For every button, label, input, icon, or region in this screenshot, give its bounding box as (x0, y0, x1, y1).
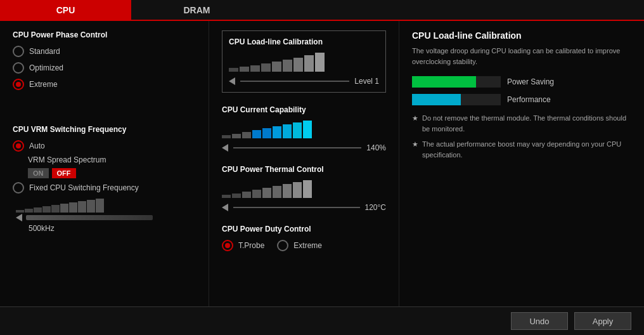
vrm-spread-group: VRM Spread Spectrum (28, 155, 196, 164)
tab-dram[interactable]: DRAM (131, 0, 262, 20)
therm-bar-5 (262, 188, 271, 198)
phase-extreme[interactable]: Extreme (13, 79, 196, 90)
bar-row-performance: Performance (412, 94, 631, 105)
cal-bar-7 (293, 58, 303, 72)
calibration-slider[interactable] (240, 81, 349, 82)
cur-bar-5 (262, 128, 271, 138)
cal-bar-1 (229, 68, 238, 72)
thermal-slider-row: 120°C (222, 203, 386, 212)
therm-bar-8 (293, 182, 302, 198)
vrm-toggle-group: ON OFF (28, 168, 196, 178)
middle-panel: CPU Load-line Calibration Level 1 CPU Cu… (209, 21, 399, 306)
cur-bar-6 (273, 126, 281, 138)
vrm-auto-radio[interactable] (13, 140, 24, 152)
thermal-slider[interactable] (233, 207, 360, 208)
note-1-text: Do not remove the thermal module. The th… (422, 113, 631, 134)
phase-options: Standard Optimized Extreme (13, 46, 196, 90)
bar-row-power-saving: Power Saving (412, 76, 631, 88)
duty-options: T.Probe Extreme (222, 240, 386, 251)
fixed-freq-option[interactable]: Fixed CPU Switching Frequency (13, 182, 196, 194)
calibration-level: Level 1 (354, 77, 379, 86)
bar-performance-label: Performance (507, 95, 551, 104)
phase-title: CPU Power Phase Control (13, 30, 196, 39)
duty-extreme[interactable]: Extreme (277, 240, 322, 251)
main-content: CPU Power Phase Control Standard Optimiz… (0, 21, 644, 306)
freq-bar-7 (69, 202, 77, 213)
current-section: CPU Current Capability 140% (222, 105, 386, 152)
phase-standard[interactable]: Standard (13, 46, 196, 57)
freq-bar-4 (42, 206, 51, 213)
therm-bar-1 (222, 195, 231, 198)
vrm-title: CPU VRM Switching Frequency (13, 125, 196, 134)
freq-bar-8 (78, 201, 86, 213)
current-slider-row: 140% (222, 143, 386, 152)
current-graphic (222, 121, 386, 138)
right-desc: The voltage droop during CPU loading can… (412, 46, 631, 67)
tab-bar: CPU DRAM (0, 0, 644, 21)
thermal-title: CPU Power Thermal Control (222, 165, 386, 174)
bar-power-saving-container (412, 76, 501, 88)
freq-staircase (16, 199, 196, 213)
cur-bar-1 (222, 135, 231, 138)
right-title: CPU Load-line Calibration (412, 30, 631, 41)
cal-bar-8 (304, 55, 314, 72)
bar-power-saving-label: Power Saving (507, 77, 554, 86)
fixed-freq-radio[interactable] (13, 182, 24, 194)
note-2-star: ★ (412, 139, 418, 160)
toggle-off-button[interactable]: OFF (52, 168, 76, 178)
bar-power-saving-fill (412, 76, 476, 88)
freq-bar-1 (16, 210, 24, 213)
therm-bar-2 (232, 194, 241, 198)
thermal-value: 120°C (365, 203, 387, 212)
freq-slider-container: 500kHz (13, 199, 196, 233)
duty-section: CPU Power Duty Control T.Probe Extreme (222, 225, 386, 251)
note-1: ★ Do not remove the thermal module. The … (412, 113, 631, 134)
cal-bar-2 (240, 67, 249, 72)
toggle-on-button[interactable]: ON (28, 168, 49, 178)
bottom-bar: Undo Apply (0, 306, 644, 335)
therm-bar-4 (252, 190, 261, 198)
cal-bar-6 (283, 60, 292, 72)
note-2: ★ The actual performance boost may vary … (412, 139, 631, 160)
duty-extreme-radio[interactable] (277, 240, 288, 251)
current-slider[interactable] (233, 147, 361, 148)
cur-bar-8 (293, 122, 302, 138)
cal-bar-4 (261, 63, 271, 72)
right-panel: CPU Load-line Calibration The voltage dr… (399, 21, 644, 306)
calibration-section: CPU Load-line Calibration Level 1 (222, 30, 386, 93)
duty-tprobe-radio[interactable] (222, 240, 233, 251)
freq-slider-row (16, 214, 196, 221)
phase-standard-radio[interactable] (13, 46, 24, 57)
vrm-auto[interactable]: Auto (13, 140, 196, 152)
tab-cpu[interactable]: CPU (0, 0, 131, 20)
phase-extreme-radio[interactable] (13, 79, 24, 90)
current-value: 140% (366, 143, 386, 152)
bar-performance-container (412, 94, 501, 105)
undo-button[interactable]: Undo (511, 312, 568, 330)
freq-arrow (16, 214, 22, 221)
notes-section: ★ Do not remove the thermal module. The … (412, 113, 631, 160)
duty-tprobe[interactable]: T.Probe (222, 240, 264, 251)
thermal-arrow (222, 204, 228, 211)
therm-bar-9 (303, 180, 312, 198)
left-panel: CPU Power Phase Control Standard Optimiz… (0, 21, 209, 306)
note-1-star: ★ (412, 113, 418, 134)
calibration-graphic (229, 53, 379, 72)
cur-bar-3 (242, 132, 251, 138)
freq-bar-6 (60, 204, 68, 213)
therm-bar-6 (273, 186, 281, 198)
freq-bar-10 (96, 199, 104, 213)
phase-optimized-radio[interactable] (13, 62, 24, 74)
freq-bar-5 (51, 205, 60, 213)
freq-bar-3 (34, 207, 42, 213)
freq-value: 500kHz (29, 224, 196, 233)
phase-optimized[interactable]: Optimized (13, 62, 196, 74)
apply-button[interactable]: Apply (574, 312, 631, 330)
bar-performance-fill (412, 94, 461, 105)
cal-bar-5 (272, 62, 281, 72)
thermal-graphic (222, 180, 386, 198)
cal-bar-9 (315, 53, 325, 72)
freq-bar-2 (25, 209, 33, 213)
freq-track[interactable] (26, 215, 153, 220)
cur-bar-4 (252, 130, 261, 138)
